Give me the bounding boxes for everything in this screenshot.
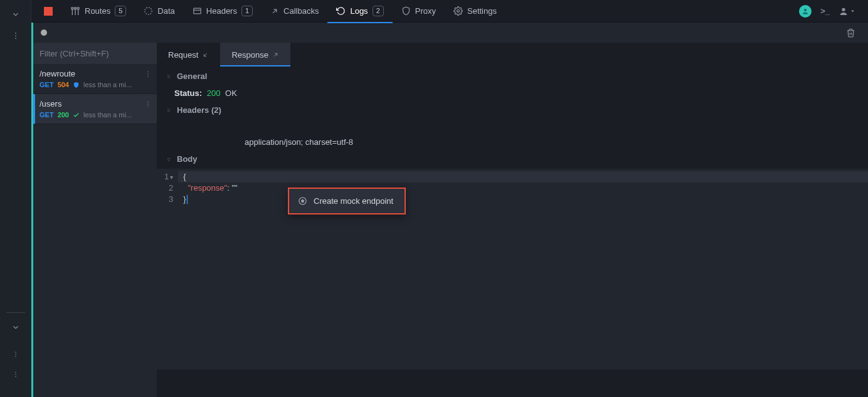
- user-menu-dropdown[interactable]: [839, 6, 855, 16]
- nav-settings-label: Settings: [467, 6, 497, 16]
- svg-rect-11: [77, 8, 79, 9]
- status-code: 200: [207, 88, 221, 98]
- editor-gutter: 1▾ 2 3: [157, 169, 178, 369]
- clear-logs-button[interactable]: [846, 28, 855, 38]
- check-icon: [73, 112, 80, 119]
- svg-point-23: [147, 71, 149, 73]
- context-create-mock[interactable]: Create mock endpoint: [289, 193, 405, 209]
- nav-callbacks[interactable]: Callbacks: [262, 0, 327, 23]
- context-menu: Create mock endpoint: [288, 188, 406, 214]
- create-mock-icon: [298, 196, 307, 206]
- collapse-icon: [166, 73, 172, 80]
- log-path: /users: [40, 99, 151, 109]
- env-status-dot-icon: [41, 29, 47, 36]
- svg-point-2: [15, 38, 16, 39]
- section-body-title: Body: [177, 154, 198, 164]
- status-text: OK: [225, 88, 237, 98]
- routes-icon: [70, 6, 80, 16]
- subtabs: Request Response: [157, 43, 868, 66]
- nav-logs-badge: 2: [373, 6, 384, 16]
- terminal-icon[interactable]: >_: [820, 6, 830, 16]
- svg-line-29: [204, 53, 208, 56]
- subtab-response-label: Response: [231, 50, 268, 60]
- collapse-icon: [166, 156, 172, 162]
- section-general-header[interactable]: General: [157, 66, 868, 86]
- status-row: Status: 200 OK: [157, 86, 868, 100]
- svg-point-28: [147, 106, 149, 107]
- nav-headers-badge: 1: [241, 6, 253, 16]
- svg-point-1: [15, 35, 16, 36]
- section-headers-header[interactable]: Headers (2): [157, 100, 868, 120]
- nav-headers-label: Headers: [206, 6, 237, 16]
- status-label: Status:: [174, 88, 202, 98]
- log-method: GET: [40, 111, 54, 119]
- subtab-response[interactable]: Response: [220, 43, 290, 66]
- log-item[interactable]: /newroute GET 504 less than a mi...: [33, 64, 157, 94]
- data-icon: [144, 6, 153, 16]
- arrow-out-icon: [272, 51, 279, 58]
- collapse-icon: [166, 107, 172, 114]
- nav-logs-label: Logs: [350, 6, 368, 16]
- subtab-request[interactable]: Request: [157, 43, 220, 66]
- nav-logs[interactable]: Logs 2: [327, 0, 392, 23]
- log-method: GET: [40, 81, 54, 88]
- nav-data[interactable]: Data: [135, 0, 183, 23]
- section-body-header[interactable]: Body: [157, 149, 868, 169]
- nav-headers[interactable]: Headers 1: [184, 0, 262, 23]
- section-headers-title: Headers (2): [177, 105, 221, 115]
- svg-point-27: [147, 103, 149, 105]
- svg-point-19: [457, 10, 460, 13]
- svg-point-0: [15, 33, 16, 34]
- svg-point-25: [147, 76, 149, 77]
- filter-input[interactable]: [33, 49, 157, 58]
- svg-point-4: [15, 354, 16, 355]
- log-item-menu-icon[interactable]: [144, 70, 152, 78]
- svg-point-7: [15, 374, 16, 375]
- svg-point-3: [15, 352, 16, 353]
- svg-point-5: [15, 356, 16, 357]
- svg-point-24: [147, 73, 149, 75]
- log-time: less than a mi...: [83, 111, 132, 119]
- subtab-request-label: Request: [168, 50, 198, 60]
- log-status: 504: [58, 81, 69, 88]
- nav-routes[interactable]: Routes 5: [61, 0, 135, 23]
- body-editor[interactable]: 1▾ 2 3 { "response": "" }: [157, 169, 868, 369]
- svg-point-6: [15, 372, 16, 373]
- bottom-chevron-icon[interactable]: [11, 323, 20, 332]
- svg-point-21: [842, 8, 845, 11]
- nav-routes-badge: 5: [115, 6, 126, 16]
- stop-server-button[interactable]: [44, 7, 53, 16]
- shield-icon: [73, 82, 80, 88]
- nav-routes-label: Routes: [85, 6, 110, 16]
- left-sidebar: [0, 0, 31, 397]
- nav-data-label: Data: [157, 6, 174, 16]
- nav-callbacks-label: Callbacks: [283, 6, 319, 16]
- collapse-chevron-icon[interactable]: [11, 10, 20, 19]
- bottom-kebab-1-icon[interactable]: [12, 351, 19, 358]
- log-item-menu-icon[interactable]: [144, 100, 152, 108]
- callbacks-icon: [270, 7, 279, 16]
- svg-point-32: [302, 200, 304, 203]
- svg-marker-22: [851, 10, 854, 12]
- svg-rect-16: [194, 8, 201, 14]
- nav-settings[interactable]: Settings: [445, 0, 505, 23]
- top-navigation: Routes 5 Data Headers 1 Call: [31, 0, 868, 23]
- user-avatar[interactable]: [799, 5, 812, 18]
- bottom-kebab-2-icon[interactable]: [12, 371, 19, 378]
- context-create-mock-label: Create mock endpoint: [314, 196, 393, 206]
- log-item[interactable]: /users GET 200 less than a mi...: [33, 94, 157, 124]
- headers-icon: [193, 6, 202, 16]
- settings-icon: [453, 6, 463, 16]
- detail-panel: Request Response: [157, 43, 868, 397]
- svg-line-18: [273, 9, 277, 13]
- editor-code[interactable]: { "response": "" }: [178, 169, 868, 369]
- logs-icon: [336, 6, 346, 16]
- arrow-in-icon: [202, 51, 209, 58]
- svg-point-8: [15, 376, 16, 378]
- nav-proxy[interactable]: Proxy: [393, 0, 445, 23]
- log-time: less than a mi...: [83, 81, 132, 88]
- sidebar-kebab-icon[interactable]: [11, 31, 20, 40]
- svg-rect-10: [75, 8, 77, 9]
- proxy-icon: [401, 6, 411, 16]
- svg-point-15: [145, 8, 152, 14]
